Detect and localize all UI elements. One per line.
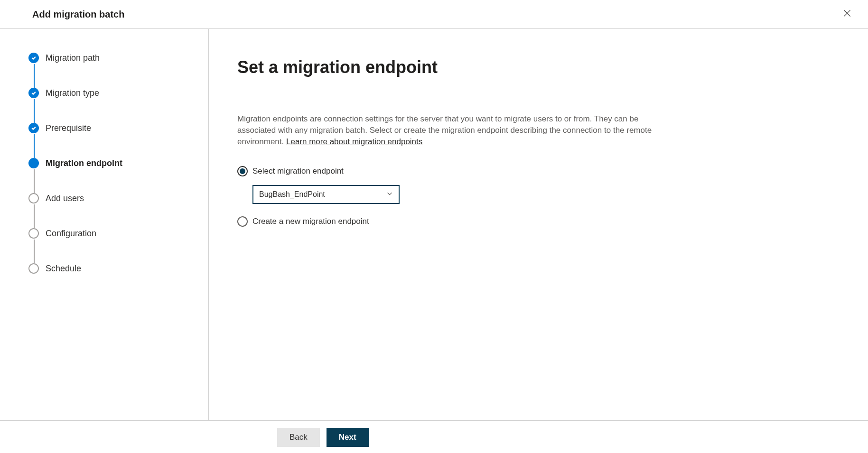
description-text: Migration endpoints are connection setti… bbox=[237, 113, 664, 147]
step-migration-type[interactable]: Migration type bbox=[28, 88, 189, 123]
content-area: Migration path Migration type Prerequisi… bbox=[0, 29, 868, 420]
radio-create-endpoint[interactable]: Create a new migration endpoint bbox=[237, 216, 840, 227]
main-panel: Set a migration endpoint Migration endpo… bbox=[209, 29, 868, 420]
step-label: Configuration bbox=[46, 229, 96, 239]
current-step-icon bbox=[28, 158, 39, 168]
future-step-icon bbox=[28, 263, 39, 274]
header: Add migration batch bbox=[0, 0, 868, 29]
header-title: Add migration batch bbox=[32, 9, 124, 20]
radio-label: Select migration endpoint bbox=[252, 166, 344, 176]
radio-unselected-icon bbox=[237, 216, 248, 227]
step-label: Add users bbox=[46, 194, 84, 203]
dropdown-value: BugBash_EndPoint bbox=[259, 190, 325, 199]
endpoint-dropdown[interactable]: BugBash_EndPoint bbox=[252, 185, 400, 204]
close-button[interactable] bbox=[842, 9, 854, 20]
step-configuration[interactable]: Configuration bbox=[28, 228, 189, 263]
step-migration-path[interactable]: Migration path bbox=[28, 53, 189, 88]
step-label: Migration path bbox=[46, 53, 100, 63]
step-list: Migration path Migration type Prerequisi… bbox=[28, 53, 189, 274]
step-schedule[interactable]: Schedule bbox=[28, 263, 189, 274]
sidebar: Migration path Migration type Prerequisi… bbox=[0, 29, 209, 420]
footer: Back Next bbox=[0, 420, 868, 453]
step-migration-endpoint[interactable]: Migration endpoint bbox=[28, 158, 189, 193]
radio-select-endpoint[interactable]: Select migration endpoint bbox=[237, 166, 840, 176]
step-label: Prerequisite bbox=[46, 123, 91, 133]
radio-selected-icon bbox=[237, 166, 248, 176]
step-label: Migration type bbox=[46, 88, 99, 98]
checkmark-icon bbox=[28, 53, 39, 63]
radio-label: Create a new migration endpoint bbox=[252, 217, 369, 226]
learn-more-link[interactable]: Learn more about migration endpoints bbox=[286, 137, 422, 146]
future-step-icon bbox=[28, 193, 39, 203]
chevron-down-icon bbox=[386, 190, 393, 199]
step-label: Migration endpoint bbox=[46, 158, 122, 168]
next-button[interactable]: Next bbox=[327, 428, 369, 447]
back-button[interactable]: Back bbox=[277, 428, 320, 447]
page-title: Set a migration endpoint bbox=[237, 57, 840, 77]
checkmark-icon bbox=[28, 88, 39, 98]
close-icon bbox=[842, 9, 852, 18]
step-prerequisite[interactable]: Prerequisite bbox=[28, 123, 189, 158]
step-label: Schedule bbox=[46, 264, 81, 274]
step-add-users[interactable]: Add users bbox=[28, 193, 189, 228]
checkmark-icon bbox=[28, 123, 39, 133]
endpoint-radio-group: Select migration endpoint BugBash_EndPoi… bbox=[237, 166, 840, 227]
future-step-icon bbox=[28, 228, 39, 239]
